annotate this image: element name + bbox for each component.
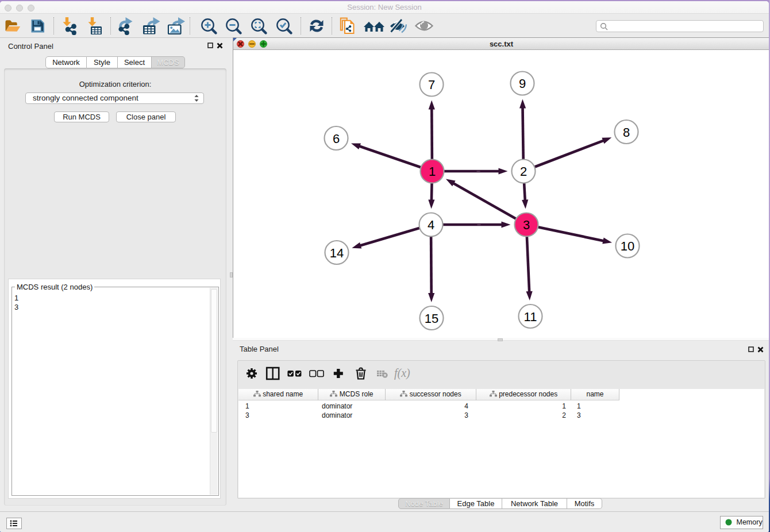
svg-text:8: 8 (623, 125, 630, 140)
svg-text:15: 15 (425, 311, 438, 326)
svg-text:2: 2 (520, 164, 527, 179)
svg-text:11: 11 (524, 310, 537, 324)
svg-text:1: 1 (429, 164, 436, 179)
svg-text:7: 7 (428, 78, 435, 92)
svg-text:6: 6 (333, 132, 340, 146)
svg-text:f(x): f(x) (394, 367, 410, 380)
svg-text:10: 10 (621, 239, 634, 253)
svg-text:14: 14 (330, 246, 344, 260)
svg-text:9: 9 (519, 76, 526, 91)
svg-text:4: 4 (428, 218, 434, 232)
svg-text:3: 3 (523, 218, 530, 232)
